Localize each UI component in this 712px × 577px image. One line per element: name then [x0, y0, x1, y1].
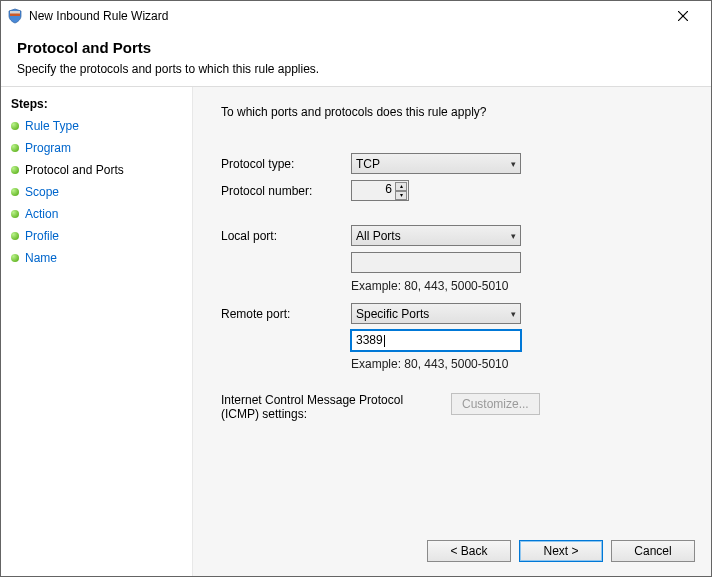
content-prompt: To which ports and protocols does this r…: [221, 105, 691, 119]
bullet-icon: [11, 122, 19, 130]
protocol-type-value: TCP: [356, 157, 380, 171]
close-icon: [678, 11, 688, 21]
step-label: Scope: [25, 185, 59, 199]
step-label: Program: [25, 141, 71, 155]
protocol-number-label: Protocol number:: [221, 184, 351, 198]
content-panel: To which ports and protocols does this r…: [193, 87, 711, 576]
remote-port-text: 3389: [356, 333, 383, 347]
spinner-icon[interactable]: ▴▾: [395, 182, 407, 199]
back-button[interactable]: < Back: [427, 540, 511, 562]
next-button[interactable]: Next >: [519, 540, 603, 562]
local-port-label: Local port:: [221, 229, 351, 243]
title-bar: New Inbound Rule Wizard: [1, 1, 711, 31]
protocol-type-label: Protocol type:: [221, 157, 351, 171]
step-rule-type[interactable]: Rule Type: [1, 115, 192, 137]
local-port-input[interactable]: [351, 252, 521, 273]
chevron-down-icon: ▾: [511, 159, 516, 169]
bullet-icon: [11, 188, 19, 196]
remote-port-select[interactable]: Specific Ports ▾: [351, 303, 521, 324]
cancel-button[interactable]: Cancel: [611, 540, 695, 562]
text-caret: [384, 335, 385, 347]
page-header: Protocol and Ports Specify the protocols…: [1, 31, 711, 87]
local-port-value: All Ports: [356, 229, 401, 243]
steps-heading: Steps:: [1, 97, 192, 115]
protocol-type-select[interactable]: TCP ▾: [351, 153, 521, 174]
chevron-down-icon: ▾: [511, 231, 516, 241]
local-port-example: Example: 80, 443, 5000-5010: [351, 279, 691, 293]
step-label: Protocol and Ports: [25, 163, 124, 177]
step-profile[interactable]: Profile: [1, 225, 192, 247]
bullet-icon: [11, 144, 19, 152]
bullet-icon: [11, 254, 19, 262]
chevron-down-icon: ▾: [511, 309, 516, 319]
remote-port-example: Example: 80, 443, 5000-5010: [351, 357, 691, 371]
wizard-footer: < Back Next > Cancel: [427, 540, 695, 562]
bullet-icon: [11, 210, 19, 218]
close-button[interactable]: [663, 2, 703, 30]
icmp-label: Internet Control Message Protocol (ICMP)…: [221, 393, 431, 421]
remote-port-input[interactable]: 3389: [351, 330, 521, 351]
bullet-icon: [11, 166, 19, 174]
bullet-icon: [11, 232, 19, 240]
step-program[interactable]: Program: [1, 137, 192, 159]
step-protocol-and-ports[interactable]: Protocol and Ports: [1, 159, 192, 181]
page-title: Protocol and Ports: [17, 39, 695, 56]
app-icon: [7, 8, 23, 24]
step-label: Name: [25, 251, 57, 265]
remote-port-label: Remote port:: [221, 307, 351, 321]
step-label: Rule Type: [25, 119, 79, 133]
step-label: Action: [25, 207, 58, 221]
step-name[interactable]: Name: [1, 247, 192, 269]
protocol-number-input[interactable]: 6 ▴▾: [351, 180, 409, 201]
svg-rect-1: [10, 11, 20, 14]
local-port-select[interactable]: All Ports ▾: [351, 225, 521, 246]
protocol-number-value: 6: [385, 182, 392, 196]
window-title: New Inbound Rule Wizard: [29, 9, 663, 23]
remote-port-value: Specific Ports: [356, 307, 429, 321]
step-scope[interactable]: Scope: [1, 181, 192, 203]
step-label: Profile: [25, 229, 59, 243]
customize-button: Customize...: [451, 393, 540, 415]
step-action[interactable]: Action: [1, 203, 192, 225]
steps-sidebar: Steps: Rule Type Program Protocol and Po…: [1, 87, 193, 576]
page-subtitle: Specify the protocols and ports to which…: [17, 62, 695, 76]
